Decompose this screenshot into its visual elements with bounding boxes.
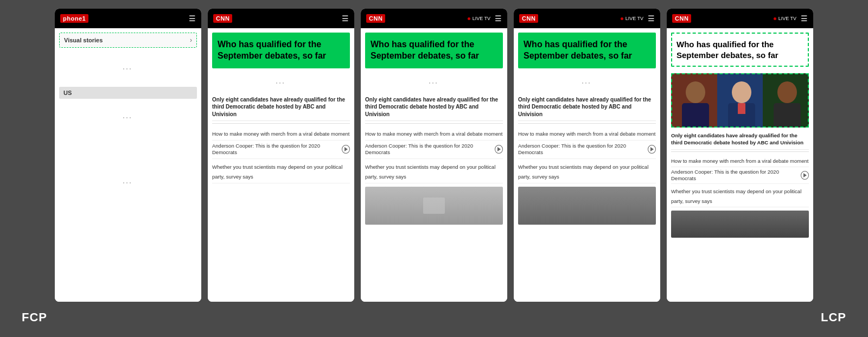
- live-dot-4: [621, 17, 623, 20]
- live-tv-badge-3: LIVE TV ☰: [468, 14, 502, 23]
- us-label: US: [59, 87, 197, 99]
- dots-row-4a: ⋯: [514, 72, 660, 93]
- candidate-1: [671, 73, 717, 128]
- article-text-5-2: Whether you trust scientists may depend …: [671, 188, 801, 204]
- cnn-logo-2: CNN: [213, 14, 232, 23]
- article-text-4-2: Whether you trust scientists may depend …: [518, 164, 648, 180]
- article-list-4: Only eight candidates have already quali…: [514, 93, 660, 183]
- article-item-4-1[interactable]: Anderson Cooper: This is the question fo…: [518, 141, 656, 159]
- cnn-logo-5: CNN: [672, 14, 691, 23]
- labels-row: FCP LCP: [0, 302, 868, 329]
- headline-block-2: Who has qualified for the September deba…: [212, 33, 350, 68]
- article-list-5: Only eight candidates have already quali…: [667, 130, 813, 207]
- video-inner-3: [365, 187, 503, 225]
- phone-5: CNN LIVE TV ☰ Who has qualified for the …: [667, 9, 813, 302]
- article-item-3-0[interactable]: How to make money with merch from a vira…: [365, 126, 503, 141]
- article-item-4-0[interactable]: How to make money with merch from a vira…: [518, 126, 656, 141]
- article-item-5-0[interactable]: How to make money with merch from a vira…: [671, 154, 809, 167]
- main-article-text-5: Only eight candidates have already quali…: [671, 132, 809, 147]
- lcp-label: LCP: [821, 310, 846, 325]
- headline-text-3: Who has qualified for the September deba…: [371, 39, 497, 62]
- phone-2-content: Who has qualified for the September deba…: [208, 28, 354, 302]
- headline-text-4: Who has qualified for the September deba…: [524, 39, 650, 62]
- article-list-2: Only eight candidates have already quali…: [208, 93, 354, 183]
- video-inner-5: [671, 211, 809, 238]
- video-inner-4: [518, 187, 656, 225]
- article-text-3-0: How to make money with merch from a vira…: [365, 131, 502, 137]
- cnn-logo-1: phone1: [60, 14, 88, 23]
- video-placeholder-4: [518, 187, 656, 225]
- article-divider-5: [671, 151, 809, 152]
- phone-1: phone1 ☰ Visual stories › ⋯ US ⋯ ⋯: [55, 9, 201, 302]
- main-article-text-3: Only eight candidates have already quali…: [365, 96, 503, 118]
- play-icon-2-1: [342, 145, 350, 154]
- article-item-5-2[interactable]: Whether you trust scientists may depend …: [671, 184, 809, 207]
- dots-row-2: ⋯: [55, 101, 201, 133]
- main-article-text-2: Only eight candidates have already quali…: [212, 96, 350, 118]
- cnn-logo-3: CNN: [366, 14, 385, 23]
- article-item-4-2[interactable]: Whether you trust scientists may depend …: [518, 159, 656, 183]
- phone-5-content: Who has qualified for the September deba…: [667, 28, 813, 302]
- menu-icon-5[interactable]: ☰: [801, 14, 808, 23]
- phone-4: CNN LIVE TV ☰ Who has qualified for the …: [514, 9, 660, 302]
- phone-3: CNN LIVE TV ☰ Who has qualified for the …: [361, 9, 507, 302]
- article-text-2-1: Anderson Cooper: This is the question fo…: [212, 143, 340, 156]
- article-divider-4: [518, 123, 656, 124]
- article-item-3-2[interactable]: Whether you trust scientists may depend …: [365, 159, 503, 183]
- live-tv-text-3: LIVE TV: [473, 16, 490, 21]
- svg-point-4: [732, 81, 751, 103]
- headline-block-4: Who has qualified for the September deba…: [518, 33, 656, 68]
- cnn-header-4: CNN LIVE TV ☰: [514, 9, 660, 28]
- cnn-header-2: CNN ☰: [208, 9, 354, 28]
- article-item-3-1[interactable]: Anderson Cooper: This is the question fo…: [365, 141, 503, 159]
- headline-block-3: Who has qualified for the September deba…: [365, 33, 503, 68]
- svg-point-1: [686, 81, 705, 103]
- menu-icon-4[interactable]: ☰: [648, 14, 655, 23]
- headline-block-5: Who has qualified for the September deba…: [671, 33, 809, 67]
- candidates-image: [671, 73, 809, 128]
- article-text-2-0: How to make money with merch from a vira…: [212, 131, 349, 137]
- live-tv-text-4: LIVE TV: [626, 16, 643, 21]
- menu-icon-3[interactable]: ☰: [495, 14, 502, 23]
- article-row-2-0: [212, 123, 350, 124]
- main-article-2[interactable]: Only eight candidates have already quali…: [212, 93, 350, 122]
- main-container: phone1 ☰ Visual stories › ⋯ US ⋯ ⋯ CNN ☰…: [0, 0, 868, 302]
- article-text-4-0: How to make money with merch from a vira…: [518, 131, 655, 137]
- article-item-2-0[interactable]: How to make money with merch from a vira…: [212, 126, 350, 141]
- play-icon-4-1: [648, 145, 656, 154]
- cnn-header-1: phone1 ☰: [55, 9, 201, 28]
- cnn-header-5: CNN LIVE TV ☰: [667, 9, 813, 28]
- article-text-2-2: Whether you trust scientists may depend …: [212, 164, 342, 180]
- headline-text-5: Who has qualified for the September deba…: [676, 39, 803, 60]
- dots-row-3: ⋯: [55, 166, 201, 199]
- live-tv-badge-4: LIVE TV ☰: [621, 14, 655, 23]
- main-article-3[interactable]: Only eight candidates have already quali…: [365, 93, 503, 122]
- article-list-3: Only eight candidates have already quali…: [361, 93, 507, 183]
- article-text-3-2: Whether you trust scientists may depend …: [365, 164, 495, 180]
- svg-rect-9: [774, 103, 801, 128]
- cnn-header-3: CNN LIVE TV ☰: [361, 9, 507, 28]
- visual-stories-bar[interactable]: Visual stories ›: [59, 33, 197, 48]
- phone-2: CNN ☰ Who has qualified for the Septembe…: [208, 9, 354, 302]
- phone-1-content: Visual stories › ⋯ US ⋯ ⋯: [55, 28, 201, 302]
- live-dot-3: [468, 17, 470, 20]
- article-item-2-1[interactable]: Anderson Cooper: This is the question fo…: [212, 141, 350, 159]
- article-item-5-1[interactable]: Anderson Cooper: This is the question fo…: [671, 167, 809, 185]
- play-icon-5-1: [801, 171, 809, 180]
- article-item-2-2[interactable]: Whether you trust scientists may depend …: [212, 159, 350, 183]
- menu-icon-2[interactable]: ☰: [342, 14, 349, 23]
- live-tv-text-5: LIVE TV: [778, 16, 796, 21]
- candidate-2: [717, 73, 763, 128]
- article-text-5-1: Anderson Cooper: This is the question fo…: [671, 169, 799, 182]
- main-article-text-4: Only eight candidates have already quali…: [518, 96, 656, 118]
- phone-3-content: Who has qualified for the September deba…: [361, 28, 507, 302]
- live-tv-badge-5: LIVE TV ☰: [774, 14, 808, 23]
- visual-stories-label: Visual stories: [64, 37, 103, 43]
- main-article-4[interactable]: Only eight candidates have already quali…: [518, 93, 656, 122]
- video-placeholder-5: [671, 211, 809, 238]
- video-placeholder-3: [365, 187, 503, 225]
- article-text-4-1: Anderson Cooper: This is the question fo…: [518, 143, 646, 156]
- candidate-3: [763, 73, 809, 128]
- menu-icon-1[interactable]: ☰: [189, 14, 196, 23]
- main-article-5[interactable]: Only eight candidates have already quali…: [671, 130, 809, 150]
